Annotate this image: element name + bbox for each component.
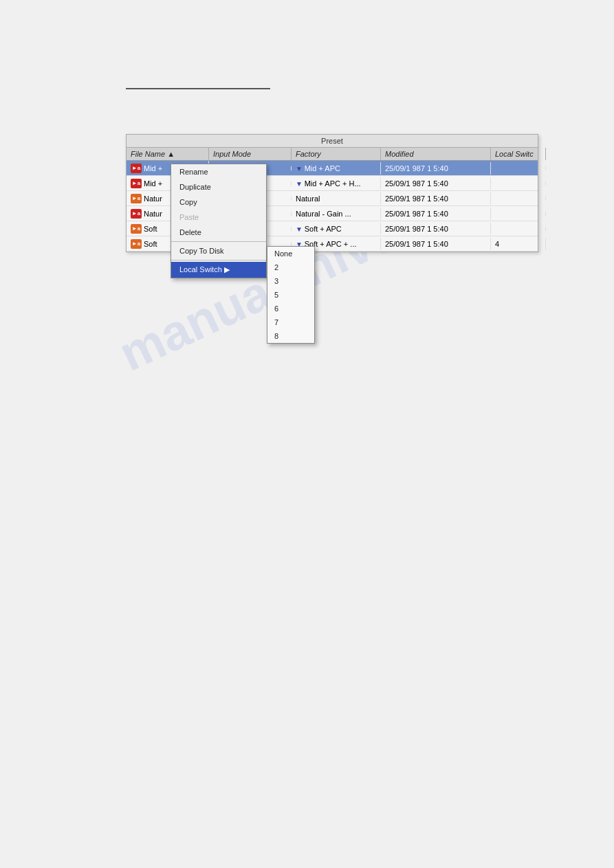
local-switch-submenu: None 2 3 5 6 7 8 (267, 246, 315, 344)
menu-copy[interactable]: Copy (171, 194, 266, 210)
cell-modified: 25/09/1 987 1 5:40 (381, 208, 491, 220)
table-header: File Name ▲ Input Mode Factory Modified … (127, 148, 538, 161)
row-icon-badge: ►a (131, 239, 142, 249)
submenu-2[interactable]: 2 (267, 260, 314, 274)
row-icon-badge: ►a (131, 194, 142, 203)
cell-modified: 25/09/1 987 1 5:40 (381, 177, 491, 190)
cell-factory: ▼ Soft + APC (292, 223, 381, 235)
cell-modified: 25/09/1 987 1 5:40 (381, 192, 491, 205)
row-icon-badge: ►a (131, 209, 142, 219)
cell-local (491, 197, 546, 201)
cell-factory: Natural - Gain ... (292, 208, 381, 220)
submenu-8[interactable]: 8 (267, 329, 314, 343)
menu-separator-1 (171, 241, 266, 242)
cell-modified: 25/09/1 987 1 5:40 (381, 162, 491, 175)
context-menu: Rename Duplicate Copy Paste Delete Copy … (171, 164, 267, 278)
col-local[interactable]: Local Switc (491, 148, 546, 160)
menu-paste: Paste (171, 210, 266, 225)
col-factory[interactable]: Factory (292, 148, 381, 160)
col-filename[interactable]: File Name ▲ (127, 148, 209, 160)
cell-local (491, 227, 546, 231)
submenu-5[interactable]: 5 (267, 288, 314, 302)
submenu-7[interactable]: 7 (267, 315, 314, 329)
menu-copy-to-disk[interactable]: Copy To Disk (171, 243, 266, 258)
cell-modified: 25/09/1 987 1 5:40 (381, 223, 491, 235)
menu-duplicate[interactable]: Duplicate (171, 179, 266, 194)
menu-local-switch[interactable]: Local Switch ▶ (171, 262, 266, 278)
submenu-3[interactable]: 3 (267, 274, 314, 288)
cell-local (491, 212, 546, 216)
row-icon-badge: ►a (131, 179, 142, 188)
underline-bar (126, 88, 270, 89)
cell-local (491, 166, 546, 170)
submenu-6[interactable]: 6 (267, 302, 314, 315)
row-icon-badge: ►a (131, 224, 142, 234)
col-inputmode[interactable]: Input Mode (209, 148, 292, 160)
preset-title: Preset (127, 135, 538, 148)
menu-rename[interactable]: Rename (171, 164, 266, 179)
menu-separator-2 (171, 260, 266, 260)
col-modified[interactable]: Modified (381, 148, 491, 160)
cell-factory: ▼ Mid + APC + H... (292, 177, 381, 190)
cell-local: 4 (491, 238, 546, 250)
cell-modified: 25/09/1 987 1 5:40 (381, 238, 491, 250)
cell-factory: Natural (292, 192, 381, 205)
row-icon-badge: ►a (131, 164, 142, 173)
cell-local (491, 181, 546, 186)
cell-factory: ▼ Mid + APC (292, 162, 381, 175)
menu-delete[interactable]: Delete (171, 225, 266, 240)
submenu-none[interactable]: None (267, 247, 314, 260)
